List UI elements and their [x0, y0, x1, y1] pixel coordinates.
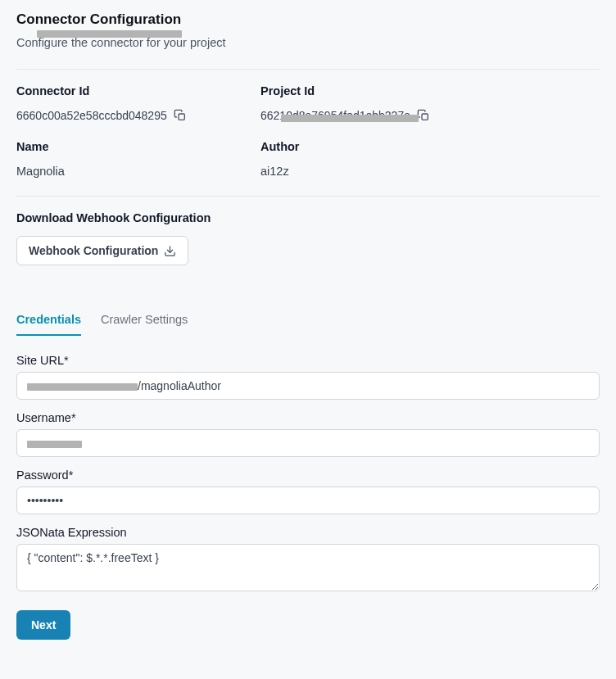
- webhook-config-label: Webhook Configuration: [29, 244, 158, 257]
- divider-top: [16, 69, 600, 70]
- tabs: Credentials Crawler Settings: [16, 305, 600, 336]
- svg-rect-1: [422, 114, 428, 120]
- connector-id-label: Connector Id: [16, 84, 228, 97]
- site-url-label: Site URL*: [16, 354, 600, 367]
- site-url-group: Site URL* /magnoliaAuthor: [16, 354, 600, 400]
- redaction-bar: [281, 115, 419, 122]
- username-label: Username*: [16, 411, 600, 424]
- id-row-group: Connector Id 6660c00a52e58cccbd048295 Pr…: [16, 84, 600, 122]
- connector-id-value: 6660c00a52e58cccbd048295: [16, 109, 167, 122]
- tab-crawler-settings[interactable]: Crawler Settings: [101, 305, 188, 336]
- author-block: Author ai12z: [260, 140, 472, 178]
- author-label: Author: [260, 140, 472, 153]
- jsonata-label: JSONata Expression: [16, 526, 600, 539]
- name-label: Name: [16, 140, 228, 153]
- next-button[interactable]: Next: [16, 610, 70, 640]
- connector-id-block: Connector Id 6660c00a52e58cccbd048295: [16, 84, 228, 122]
- password-input[interactable]: [16, 487, 600, 514]
- copy-icon[interactable]: [174, 109, 187, 122]
- tab-credentials[interactable]: Credentials: [16, 305, 81, 336]
- redaction-bar: [27, 383, 138, 391]
- username-group: Username*: [16, 411, 600, 457]
- svg-rect-0: [179, 114, 184, 120]
- redaction-bar: [27, 441, 82, 448]
- project-id-block: Project Id 66210d8a76954fed1ebb227a: [260, 84, 472, 122]
- username-input[interactable]: [16, 429, 600, 457]
- page-subtitle: Configure the connector for your project: [16, 36, 600, 49]
- copy-icon[interactable]: [417, 109, 430, 122]
- webhook-section-label: Download Webhook Configuration: [16, 211, 600, 224]
- author-value: ai12z: [260, 165, 472, 178]
- redaction-bar: [37, 30, 182, 38]
- divider-mid: [16, 196, 600, 197]
- jsonata-group: JSONata Expression: [16, 526, 600, 594]
- jsonata-textarea[interactable]: [16, 544, 600, 591]
- name-value: Magnolia: [16, 165, 228, 178]
- password-label: Password*: [16, 469, 600, 482]
- project-id-label: Project Id: [260, 84, 472, 97]
- name-author-group: Name Magnolia Author ai12z: [16, 140, 600, 178]
- page-title: Connector Configuration: [16, 11, 600, 28]
- password-group: Password*: [16, 469, 600, 514]
- webhook-config-button[interactable]: Webhook Configuration: [16, 236, 188, 265]
- download-icon: [164, 245, 176, 257]
- name-block: Name Magnolia: [16, 140, 228, 178]
